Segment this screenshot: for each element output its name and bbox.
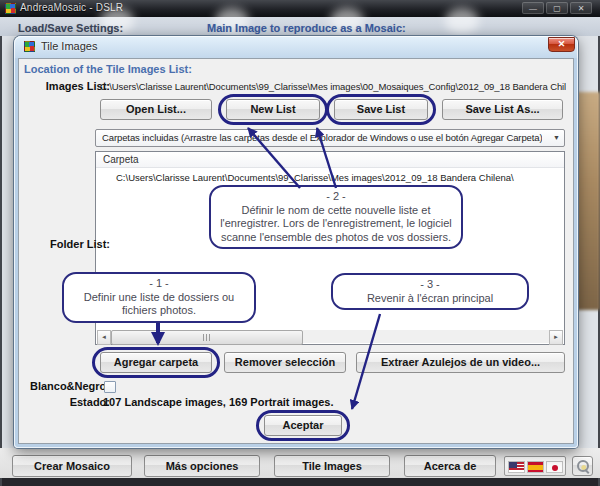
- minimize-button[interactable]: —: [522, 2, 544, 14]
- callout-2-number: - 2 -: [218, 190, 454, 204]
- annotation-circle-agregar-carpeta: [92, 347, 220, 378]
- annotation-circle-new-list: [218, 94, 328, 125]
- save-list-as-button[interactable]: Save List As...: [442, 99, 563, 120]
- japan-flag-icon[interactable]: [546, 461, 563, 473]
- horizontal-scrollbar[interactable]: ◄ ►: [97, 330, 563, 343]
- callout-2-text: Définir le nom de cette nouvelle liste e…: [220, 204, 452, 243]
- folder-list-label: Folder List:: [50, 238, 110, 250]
- annotation-circle-aceptar: [256, 410, 350, 441]
- callout-3: - 3 - Revenir à l'écran principal: [331, 273, 529, 310]
- close-button[interactable]: ✕: [570, 2, 592, 14]
- column-header-carpeta: Carpeta: [96, 152, 564, 168]
- app-window: AndreaMosaic - DSLR — ▢ ✕ Load/Save Sett…: [0, 0, 600, 486]
- scrollbar-grip: [203, 334, 211, 341]
- scroll-left-icon[interactable]: ◄: [97, 330, 111, 345]
- magnifier-button[interactable]: [572, 456, 593, 476]
- annotation-circle-save-list: [326, 94, 436, 125]
- dialog-close-button[interactable]: ✕: [548, 37, 575, 52]
- maximize-button[interactable]: ▢: [546, 2, 568, 14]
- main-titlebar: AndreaMosaic - DSLR — ▢ ✕: [0, 0, 600, 17]
- load-save-settings-label: Load/Save Settings:: [18, 22, 123, 34]
- section-header: Location of the Tile Images List:: [24, 63, 192, 75]
- folder-list-row[interactable]: C:\Users\Clarisse Laurent\Documents\99_C…: [116, 172, 514, 183]
- remover-seleccion-button[interactable]: Remover selección: [224, 352, 346, 373]
- spain-flag-icon[interactable]: [527, 461, 544, 473]
- magnifier-icon-handle: [585, 469, 590, 474]
- callout-1-number: - 1 -: [71, 277, 247, 291]
- scrollbar-thumb[interactable]: [111, 330, 303, 345]
- open-list-button[interactable]: Open List...: [100, 99, 212, 120]
- blanco-negro-checkbox[interactable]: [104, 381, 116, 393]
- background-photo-strip: [577, 92, 600, 310]
- extraer-azulejos-button[interactable]: Extraer Azulejos de un video...: [356, 352, 565, 373]
- mas-opciones-button[interactable]: Más opciones: [144, 455, 260, 477]
- acerca-de-button[interactable]: Acerca de: [404, 455, 496, 477]
- images-list-path: C:\Users\Clarisse Laurent\Documents\99_C…: [100, 81, 566, 92]
- tile-images-dialog-icon: [24, 41, 35, 52]
- crear-mosaico-button[interactable]: Crear Mosaico: [12, 455, 132, 477]
- main-image-label: Main Image to reproduce as a Mosaic:: [207, 22, 406, 34]
- chevron-down-icon[interactable]: ▼: [553, 134, 560, 141]
- callout-3-number: - 3 -: [340, 278, 520, 292]
- language-flags-panel[interactable]: [504, 456, 566, 476]
- andreamosaic-app-icon: [5, 3, 16, 14]
- callout-2: - 2 - Définir le nom de cette nouvelle l…: [209, 185, 463, 249]
- folder-source-combobox[interactable]: Carpetas incluidas (Arrastre las carpeta…: [95, 129, 565, 147]
- estado-value: 107 Landscape images, 169 Portrait image…: [103, 396, 334, 408]
- callout-1: - 1 - Definir une liste de dossiers ou f…: [62, 272, 256, 323]
- callout-1-text: Definir une liste de dossiers ou fichier…: [84, 291, 234, 317]
- callout-3-text: Revenir à l'écran principal: [367, 292, 493, 304]
- us-flag-icon[interactable]: [508, 461, 525, 473]
- glass-reflection: [445, 8, 479, 34]
- tile-images-button[interactable]: Tile Images: [274, 455, 390, 477]
- dialog-title: Tile Images: [41, 40, 97, 52]
- blanco-negro-label: Blanco&Negro:: [30, 380, 110, 392]
- combobox-value: Carpetas incluidas (Arrastre las carpeta…: [102, 132, 542, 143]
- scroll-right-icon[interactable]: ►: [549, 330, 563, 345]
